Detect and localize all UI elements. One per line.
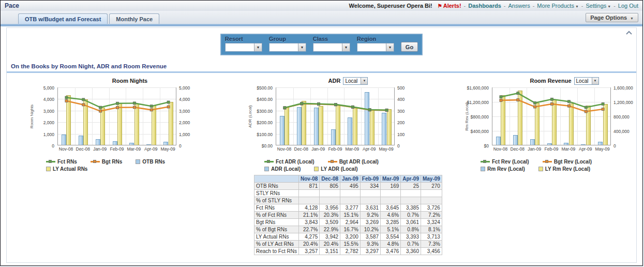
chevron-down-icon: ▼	[386, 43, 394, 51]
table-cell: 3,726	[421, 204, 442, 212]
filter-label-class: Class	[313, 36, 350, 42]
x-axis-tick-label: Apr-09	[142, 146, 159, 152]
table-cell: 0.7%	[401, 241, 421, 248]
x-axis-tick-label: Feb-09	[327, 146, 344, 152]
chart-room-nights: Room NightsRoom Nights5,0004,0003,0002,0…	[22, 76, 206, 172]
x-axis-tick-label: Jan-09	[310, 146, 327, 152]
chart-slot-room-revenue: Room RevenueLocal▼Rm Rev (Local)$1,600,0…	[452, 76, 641, 172]
nav-link-dashboards[interactable]: Dashboards	[468, 3, 501, 9]
y-axis-tick-label-left: 1,000	[29, 132, 54, 137]
filter-select-region[interactable]: ▼	[357, 43, 394, 52]
marker-fct-rev-local	[500, 96, 502, 98]
marker-fct-rev-local	[567, 100, 570, 103]
table-cell: 15.5%	[340, 241, 361, 248]
y-axis-tick-label-left: $400.00	[248, 97, 273, 102]
page-options-button[interactable]: Page Options▼	[586, 13, 638, 22]
chart-selector-adr[interactable]: Local▼	[343, 77, 368, 85]
filter-label-region: Region	[357, 36, 394, 42]
table-cell: 805	[320, 183, 340, 190]
marker-fct-rev-local	[602, 102, 604, 105]
column-header-apr-09: Apr-09	[401, 175, 421, 183]
marker-fct-adr-local	[335, 103, 337, 106]
nav-link-more-products[interactable]: More Products▼	[537, 3, 578, 9]
table-cell: 3,713	[421, 233, 442, 241]
chart-plot	[57, 87, 176, 145]
chart-selector-value: Local	[343, 78, 361, 84]
legend-square-marker-icon	[136, 159, 140, 164]
y-axis-tick-label-left: $1,200,000	[464, 100, 489, 105]
chart-slot-adr: ADRLocal▼ADR (Local)$500.00$400.00$300.0…	[234, 76, 452, 172]
table-cell: 3,324	[421, 219, 442, 226]
table-row-of-fct-rns: % of Fct RNs21.1%20.3%15.1%9.2%4.6%0.7%7…	[254, 212, 442, 219]
nav-link-answers[interactable]: Answers	[508, 3, 530, 9]
collapse-section-icon[interactable]	[625, 29, 633, 36]
x-axis-tick-label: Dec-08	[74, 146, 92, 152]
table-cell: 2,964	[340, 219, 361, 226]
y-axis-tick-label-left: $200.00	[248, 120, 273, 125]
y-axis-tick-label-right: 800,000	[613, 114, 640, 120]
table-cell: 4,128	[298, 204, 319, 212]
filter-select-value	[357, 43, 386, 51]
row-label: OTB RNs	[254, 183, 299, 190]
x-axis-tick-label: May-09	[159, 146, 176, 152]
marker-bgt-rev-local	[567, 105, 570, 107]
legend-item-otb-rns: OTB RNs	[136, 159, 165, 165]
page-options-label: Page Options	[590, 14, 627, 21]
chart-plot-area-wrap: ADR (Local)$500.00$400.00$300.00$200.00$…	[241, 87, 425, 145]
table-cell	[298, 197, 319, 204]
chevron-down-icon: ▼	[575, 5, 579, 8]
chart-plot	[276, 87, 395, 145]
marker-fct-adr-local	[318, 102, 320, 105]
page-title: Pace	[5, 2, 19, 9]
table-cell: 3,942	[320, 233, 340, 241]
nav-separator: -	[504, 3, 506, 9]
table-cell: 8.1%	[421, 226, 442, 233]
line-series-overlay	[58, 87, 177, 145]
marker-fct-adr-local	[385, 109, 388, 111]
legend-item-rm-rev-local: Rm Rev (Local)	[481, 166, 525, 172]
filter-select-class[interactable]: ▼	[313, 43, 350, 52]
tab-monthly-pace[interactable]: Monthly Pace	[109, 13, 159, 24]
y-axis-tick-label-left: $0	[464, 143, 489, 149]
table-cell: 0.7%	[401, 212, 421, 219]
table-cell: 3,151	[320, 248, 340, 255]
legend-line-marker-icon	[91, 159, 100, 164]
column-header-dec-08: Dec-08	[320, 175, 340, 183]
chart-legend: Fct RNsBgt RNsOTB RNsLY Actual RNs	[46, 159, 201, 172]
tab-otb-budget-forecast[interactable]: OTB w/Budget and Forecast	[18, 13, 108, 24]
legend-item-ly-actual-rns: LY Actual RNs	[46, 166, 87, 172]
marker-bgt-rns	[82, 103, 85, 106]
nav-link-log-out[interactable]: Log Out	[618, 3, 638, 9]
marker-fct-rev-local	[517, 92, 519, 95]
chart-title-text: Room Revenue	[530, 78, 571, 84]
table-cell: 3,269	[360, 219, 380, 226]
row-label: LY Actual RNs	[254, 233, 299, 241]
table-cell: 0.8%	[401, 226, 421, 233]
table-cell: 9.3%	[360, 241, 380, 248]
nav-separator: -	[613, 3, 616, 9]
table-row-of-stly-rns: % of STLY RNs	[254, 197, 442, 204]
nav-link-settings[interactable]: Settings▼	[586, 3, 611, 9]
y-axis-tick-label-left: $100.00	[248, 132, 273, 137]
filter-select-group[interactable]: ▼	[269, 43, 306, 52]
dashboard-tabs: OTB w/Budget and Forecast Monthly Pace	[18, 13, 159, 24]
filter-select-resort[interactable]: ▼	[225, 43, 262, 52]
table-cell: 3,200	[340, 233, 361, 241]
filter-select-value	[269, 43, 298, 51]
marker-fct-rev-local	[585, 106, 587, 109]
pivot-table-container: Nov-08Dec-08Jan-09Feb-09Mar-09Apr-09May-…	[254, 175, 442, 255]
y-axis-tick-label-left: $800,000	[464, 114, 489, 120]
table-cell: 3,277	[340, 204, 361, 212]
chart-title-text: ADR	[328, 78, 341, 84]
table-cell: 3,385	[401, 204, 421, 212]
chart-room-revenue: Room RevenueLocal▼Rm Rev (Local)$1,600,0…	[457, 76, 641, 172]
y-axis-tick-label-left: $1,600,000	[464, 85, 489, 91]
x-axis-tick-label: Jan-09	[526, 146, 543, 152]
marker-fct-rns	[65, 96, 68, 99]
x-axis-tick-label: Feb-09	[543, 146, 560, 152]
nav-link-alerts[interactable]: ⚑Alerts!	[438, 3, 461, 9]
go-button[interactable]: Go	[401, 42, 418, 52]
chart-selector-room-revenue[interactable]: Local▼	[574, 77, 599, 85]
table-cell	[421, 197, 442, 204]
marker-bgt-rev-local	[534, 106, 536, 108]
